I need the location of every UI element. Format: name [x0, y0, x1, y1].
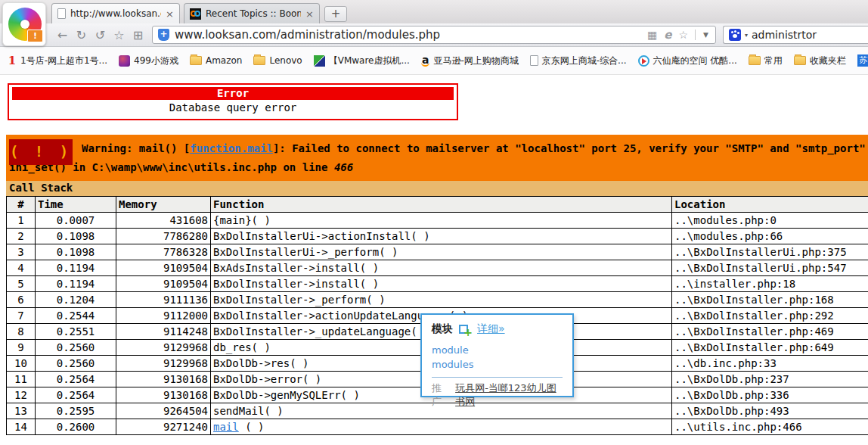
translation-link[interactable]: modules	[432, 357, 563, 372]
bookmark-label: 【VMware虚拟机...	[329, 54, 410, 67]
memory-cell: 9271240	[116, 419, 211, 435]
su-icon: 苏	[857, 54, 868, 67]
alert-badge-icon: !	[27, 30, 43, 42]
new-tab-button[interactable]: +	[324, 6, 347, 22]
bookmark-label: 499小游戏	[134, 54, 178, 67]
security-shield-icon[interactable]	[158, 29, 169, 41]
error-box: Error Database query error	[8, 83, 458, 120]
folder-icon	[253, 56, 265, 65]
location-cell: ..\BxDolDb.php:237	[672, 372, 868, 387]
tab-bar: ! http://www.looksan.com/ × Recent Topic…	[0, 0, 868, 23]
popup-entries: modulemodules	[432, 343, 563, 372]
column-header: Time	[36, 197, 116, 213]
bookmark-item[interactable]: Amazon	[190, 55, 243, 66]
bookmark-item[interactable]: 11号店-网上超市1号...	[8, 54, 107, 67]
add-word-icon[interactable]	[459, 325, 468, 334]
warning-box: ( ! ) Warning: mail() [function.mail]: F…	[6, 135, 868, 181]
location-cell: ..\BxDolInstallerUi.php:547	[672, 260, 868, 276]
folder-icon	[749, 56, 761, 65]
call-stack-title: Call Stack	[6, 181, 868, 196]
memory-cell: 9264504	[116, 403, 211, 419]
tab-looksan[interactable]: http://www.looksan.com/ ×	[51, 3, 180, 23]
tab-title: Recent Topics :: BoonEx U	[206, 8, 301, 19]
table-row: 50.11949109504BxDolInstaller->install( )…	[7, 276, 868, 292]
translation-link[interactable]: module	[432, 343, 563, 357]
promo-link[interactable]: 玩具网-当啷123幼儿图书网	[455, 381, 563, 409]
memory-cell: 9109504	[116, 260, 211, 276]
column-header: #	[7, 197, 36, 213]
refresh-icon[interactable]: ↻	[72, 28, 91, 42]
function-cell: {main}( )	[211, 213, 672, 229]
memory-cell: 9109504	[116, 276, 211, 292]
bookmark-item[interactable]: Lenovo	[253, 55, 302, 66]
bookmark-item[interactable]: 六仙庵的空间 优酷...	[638, 54, 737, 67]
warning-line-number: 466	[334, 161, 353, 173]
mail-function-link[interactable]: mail	[213, 421, 239, 433]
amazon-icon: a	[421, 55, 429, 67]
row-number-cell: 9	[7, 340, 36, 356]
time-cell: 0.1098	[36, 229, 116, 244]
warning-line-1: Warning: mail() [function.mail]: Failed …	[82, 138, 868, 158]
bookmark-item[interactable]: 499小游戏	[119, 54, 178, 67]
qr-code-icon[interactable]: ▦	[647, 29, 657, 41]
warning-text-suffix: ]: Failed to connect to mailserver at "l…	[273, 142, 868, 154]
row-number-cell: 8	[7, 324, 36, 340]
row-number-cell: 1	[7, 213, 36, 229]
close-icon[interactable]: ×	[305, 9, 314, 19]
memory-cell: 9114248	[116, 324, 211, 340]
function-cell: BxDolInstallerUi->actionInstall( )	[211, 229, 672, 244]
navigation-toolbar: ← ↻ ↺ ☆ ⊞ www.looksan.com/administration…	[0, 23, 868, 47]
function-mail-link[interactable]: function.mail	[190, 142, 273, 154]
undo-icon[interactable]: ↺	[91, 28, 110, 42]
back-icon[interactable]: ←	[53, 28, 72, 42]
bookmark-label: 常用	[764, 54, 783, 67]
youku-icon	[638, 55, 649, 67]
detail-link[interactable]: 详细»	[477, 322, 505, 336]
dictionary-popup: 模块 详细» modulemodules 推广 玩具网-当啷123幼儿图书网	[420, 313, 574, 397]
url-dropdown-icon[interactable]: ▼	[695, 30, 710, 40]
bookmark-item[interactable]: 苏	[857, 54, 868, 67]
url-text[interactable]: www.looksan.com/administration/modules.p…	[175, 28, 640, 42]
apps-grid-icon[interactable]: ⊞	[129, 28, 147, 42]
close-icon[interactable]: ×	[166, 9, 174, 19]
location-cell: ..\BxDolInstaller.php:168	[672, 292, 868, 308]
row-number-cell: 7	[7, 308, 36, 324]
row-number-cell: 6	[7, 292, 36, 308]
bookmark-item[interactable]: a亚马逊-网上购物商城	[421, 54, 519, 67]
profile-box[interactable]: ▾ administrtor	[723, 26, 868, 44]
function-cell: BxAdsInstaller->install( )	[211, 260, 672, 276]
favorites-star-icon[interactable]: ☆	[110, 28, 129, 42]
location-cell: ..\BxDolInstaller.php:649	[672, 340, 868, 356]
bookmarks-bar: 11号店-网上超市1号...499小游戏AmazonLenovo【VMware虚…	[0, 47, 868, 75]
location-cell: ..\BxDolDb.php:493	[672, 403, 868, 419]
location-cell: ..\modules.php:66	[672, 229, 868, 244]
bookmark-item[interactable]: 常用	[749, 54, 783, 67]
onestore-icon: 1	[8, 54, 17, 67]
column-header: Location	[672, 197, 868, 213]
tab-boonex[interactable]: Recent Topics :: BoonEx U ×	[184, 3, 320, 23]
column-header: Function	[211, 197, 672, 213]
time-cell: 0.1194	[36, 276, 116, 292]
table-row: 40.11949109504BxAdsInstaller->install( )…	[7, 260, 868, 276]
browser-menu-button[interactable]: !	[2, 2, 46, 46]
row-number-cell: 5	[7, 276, 36, 292]
popup-word: 模块	[432, 322, 453, 336]
memory-cell: 9111136	[116, 292, 211, 308]
function-cell: BxDolInstaller->install( )	[211, 276, 672, 292]
time-cell: 0.2560	[36, 340, 116, 356]
memory-cell: 9129968	[116, 356, 211, 372]
bookmark-label: 1号店-网上超市1号...	[20, 54, 107, 67]
bookmark-item[interactable]: 【VMware虚拟机...	[314, 54, 410, 67]
memory-cell: 9130168	[116, 387, 211, 403]
ie-mode-icon[interactable]: e	[664, 28, 671, 42]
popup-divider	[432, 377, 563, 378]
memory-cell: 7786280	[116, 229, 211, 244]
bookmark-label: 京东网上商城-综合...	[542, 54, 627, 67]
bookmark-item[interactable]: 收藏夹栏	[794, 54, 846, 67]
time-cell: 0.1098	[36, 244, 116, 260]
bookmark-item[interactable]: 京东网上商城-综合...	[530, 54, 627, 67]
bookmark-label: 亚马逊-网上购物商城	[433, 54, 518, 67]
time-cell: 0.1204	[36, 292, 116, 308]
address-bar[interactable]: www.looksan.com/administration/modules.p…	[152, 26, 716, 44]
bookmark-star-icon[interactable]: ☆	[679, 29, 689, 41]
